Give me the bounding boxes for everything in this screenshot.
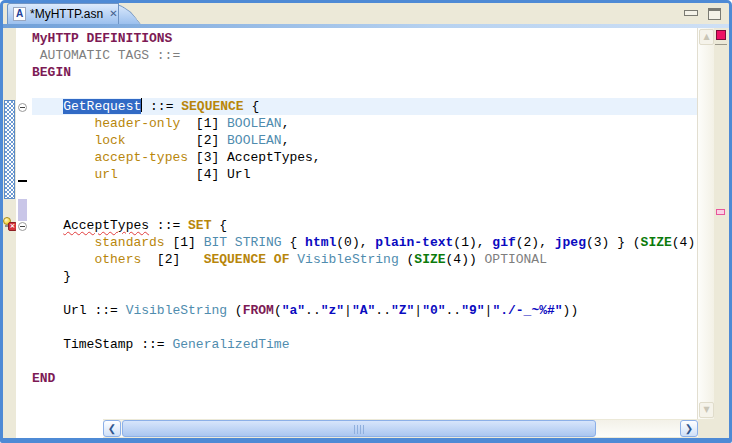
code-line[interactable]: standards [1] BIT STRING { html(0), plai… xyxy=(32,234,697,251)
code-token: MyHTTP DEFINITIONS xyxy=(32,31,172,46)
close-icon[interactable]: ✕ xyxy=(109,9,117,19)
code-token xyxy=(32,116,94,131)
code-token: )) xyxy=(563,303,579,318)
overview-ruler-separator xyxy=(715,44,727,45)
code-token: { xyxy=(244,99,260,114)
code-token: , xyxy=(282,133,290,148)
tab-title: *MyHTTP.asn xyxy=(30,7,103,21)
code-token: BIT STRING xyxy=(204,235,282,250)
editor-bottom-filler xyxy=(16,419,103,438)
code-token: "a" xyxy=(282,303,305,318)
code-line[interactable]: AcceptTypes ::= SET { xyxy=(32,217,697,234)
code-token xyxy=(32,99,63,114)
code-token: (4)) xyxy=(672,235,697,250)
scroll-up-icon[interactable]: ▲ xyxy=(699,29,714,45)
code-line[interactable]: GetRequest ::= SEQUENCE { xyxy=(32,98,697,115)
code-token xyxy=(32,133,94,148)
fold-collapse-icon-getrequest[interactable] xyxy=(18,103,27,112)
minimize-button[interactable] xyxy=(684,10,698,16)
code-line[interactable] xyxy=(32,319,697,336)
code-token: .. xyxy=(305,303,321,318)
code-token: header-only xyxy=(94,116,180,131)
code-token: (2), xyxy=(516,235,555,250)
code-token: [2] xyxy=(126,133,227,148)
code-token: BEGIN xyxy=(32,65,71,80)
code-line[interactable]: TimeStamp ::= GeneralizedTime xyxy=(32,336,697,353)
code-token: END xyxy=(32,371,55,386)
scroll-left-icon[interactable]: ❮ xyxy=(103,420,121,437)
scroll-down-icon[interactable]: ▼ xyxy=(699,402,714,418)
projection-annotation xyxy=(18,199,27,221)
fold-collapse-icon-accepttypes[interactable] xyxy=(18,222,27,231)
overview-error-header-marker[interactable] xyxy=(716,30,726,40)
code-token: { xyxy=(211,218,227,233)
code-line[interactable] xyxy=(32,353,697,370)
asn-file-icon: A xyxy=(13,7,26,21)
code-token xyxy=(32,150,94,165)
code-token: ( xyxy=(274,303,282,318)
code-line[interactable] xyxy=(32,81,697,98)
code-token: | xyxy=(414,303,422,318)
code-token: [1] xyxy=(165,235,204,250)
code-token: } xyxy=(32,269,71,284)
code-token: (1), xyxy=(453,235,492,250)
code-token xyxy=(32,218,63,233)
code-token: SIZE xyxy=(641,235,672,250)
tab-myhttp-asn[interactable]: A *MyHTTP.asn ✕ xyxy=(7,3,119,24)
code-line[interactable]: AUTOMATIC TAGS ::= xyxy=(32,47,697,64)
vertical-scrollbar[interactable]: ▲ ▼ xyxy=(697,28,714,419)
code-token xyxy=(32,252,94,267)
view-controls xyxy=(684,8,721,20)
code-token: Url ::= xyxy=(32,303,126,318)
code-line[interactable]: header-only [1] BOOLEAN, xyxy=(32,115,697,132)
code-token: FROM xyxy=(243,303,274,318)
code-token: (4)) xyxy=(446,252,485,267)
code-line[interactable] xyxy=(32,285,697,302)
code-line[interactable] xyxy=(32,200,697,217)
asn-editor-window: A *MyHTTP.asn ✕ × MyHTTP DEFINITIONS AUT… xyxy=(0,0,732,443)
folding-ruler[interactable] xyxy=(16,28,30,419)
code-line[interactable]: } xyxy=(32,268,697,285)
code-token: AcceptTypes xyxy=(63,218,149,233)
code-token: AUTOMATIC TAGS ::= xyxy=(32,48,180,63)
code-token: ::= xyxy=(142,99,181,114)
code-line[interactable]: url [4] Url xyxy=(32,166,697,183)
code-token: TimeStamp ::= xyxy=(32,337,172,352)
code-line[interactable]: accept-types [3] AcceptTypes, xyxy=(32,149,697,166)
code-token: [4] Url xyxy=(118,167,251,182)
annotation-ruler[interactable]: × xyxy=(3,28,16,419)
code-token: SET xyxy=(188,218,211,233)
overview-ruler[interactable] xyxy=(714,28,729,419)
code-token: url xyxy=(94,167,117,182)
code-token: , xyxy=(282,116,290,131)
code-token: OPTIONAL xyxy=(485,252,547,267)
error-quickfix-icon[interactable]: × xyxy=(3,217,17,231)
tab-bar: A *MyHTTP.asn ✕ xyxy=(3,3,729,24)
code-token: BOOLEAN xyxy=(227,116,282,131)
code-token: ( xyxy=(227,303,243,318)
code-token: lock xyxy=(94,133,125,148)
code-line[interactable]: END xyxy=(32,370,697,387)
overview-error-marker[interactable] xyxy=(716,209,725,215)
code-token: html xyxy=(305,235,336,250)
code-token: [3] AcceptTypes, xyxy=(188,150,321,165)
maximize-button[interactable] xyxy=(708,8,721,20)
code-token: .. xyxy=(446,303,462,318)
horizontal-scrollbar-thumb[interactable] xyxy=(122,420,596,437)
code-line[interactable]: Url ::= VisibleString (FROM("a".."z"|"A"… xyxy=(32,302,697,319)
code-token: accept-types xyxy=(94,150,188,165)
scroll-right-icon[interactable]: ❯ xyxy=(680,420,698,437)
code-token xyxy=(32,235,94,250)
code-token: VisibleString xyxy=(126,303,227,318)
horizontal-scrollbar[interactable]: ❮ ❯ xyxy=(103,420,698,437)
code-line[interactable]: others [2] SEQUENCE OF VisibleString (SI… xyxy=(32,251,697,268)
code-area[interactable]: MyHTTP DEFINITIONS AUTOMATIC TAGS ::=BEG… xyxy=(30,28,697,419)
code-line[interactable]: MyHTTP DEFINITIONS xyxy=(32,30,697,47)
code-token: ( xyxy=(399,252,415,267)
code-token: { xyxy=(282,235,305,250)
code-line[interactable]: BEGIN xyxy=(32,64,697,81)
code-line[interactable] xyxy=(32,183,697,200)
code-token: BOOLEAN xyxy=(227,133,282,148)
code-token: | xyxy=(344,303,352,318)
code-line[interactable]: lock [2] BOOLEAN, xyxy=(32,132,697,149)
